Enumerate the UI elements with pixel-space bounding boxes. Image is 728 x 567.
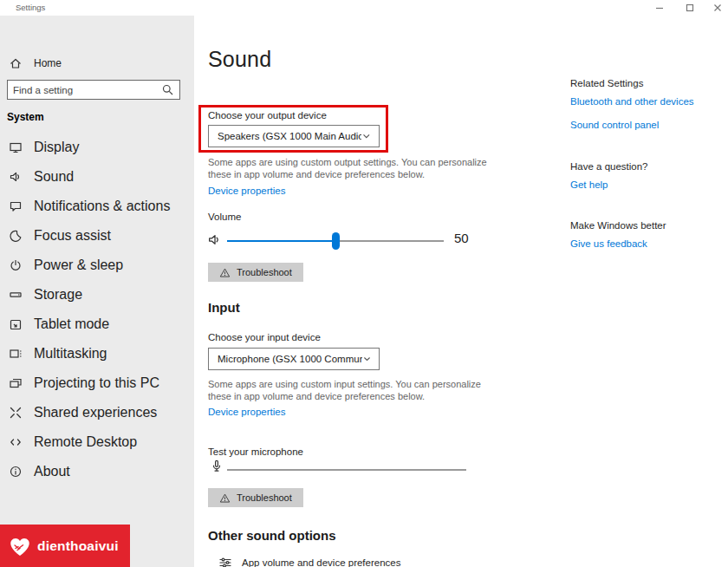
input-device-properties-link[interactable]: Device properties <box>208 407 285 417</box>
chevron-down-icon <box>362 354 372 364</box>
sound-control-panel-link[interactable]: Sound control panel <box>570 120 659 130</box>
sidebar-item-multitasking[interactable]: Multitasking <box>0 339 194 368</box>
sidebar-item-label: Multitasking <box>34 346 107 362</box>
heart-handshake-icon <box>6 532 34 560</box>
get-help-link[interactable]: Get help <box>570 179 608 190</box>
troubleshoot-label: Troubleshoot <box>237 267 292 277</box>
input-description: Some apps are using custom input setting… <box>208 378 487 402</box>
volume-speaker-icon[interactable] <box>207 232 222 247</box>
sidebar-item-label: Shared experiences <box>34 405 157 420</box>
app-volume-preferences-link[interactable]: App volume and device preferences <box>218 556 400 567</box>
power-icon <box>9 258 23 272</box>
sidebar: Home System Display Sound <box>0 16 194 567</box>
home-icon <box>9 56 23 70</box>
mixer-icon <box>218 556 232 567</box>
output-device-selected: Speakers (GSX 1000 Main Audio) <box>218 131 361 141</box>
give-feedback-link[interactable]: Give us feedback <box>570 238 647 249</box>
output-description: Some apps are using custom output settin… <box>208 156 487 180</box>
other-sound-options-heading: Other sound options <box>208 528 336 543</box>
volume-slider-fill <box>227 240 335 242</box>
output-device-properties-link[interactable]: Device properties <box>208 186 285 196</box>
display-icon <box>9 140 23 154</box>
bluetooth-devices-link[interactable]: Bluetooth and other devices <box>570 96 694 107</box>
remote-desktop-icon <box>9 435 23 449</box>
sidebar-item-label: Notifications & actions <box>34 199 170 214</box>
sidebar-item-label: Display <box>34 140 79 155</box>
make-windows-better-heading: Make Windows better <box>570 220 666 231</box>
search-icon <box>162 84 173 95</box>
sidebar-item-focus-assist[interactable]: Focus assist <box>0 221 194 251</box>
storage-icon <box>9 288 23 302</box>
sidebar-item-label: Projecting to this PC <box>34 375 159 391</box>
warning-icon <box>219 267 231 278</box>
shared-experiences-icon <box>9 406 23 420</box>
sidebar-item-label: Storage <box>34 287 82 303</box>
volume-label: Volume <box>208 212 241 222</box>
about-icon <box>9 465 23 479</box>
warning-icon <box>219 492 231 504</box>
troubleshoot-label: Troubleshoot <box>237 492 292 503</box>
tablet-mode-icon <box>9 317 23 331</box>
close-button[interactable] <box>705 0 728 16</box>
input-device-selected: Microphone (GSX 1000 Communi... <box>218 354 362 364</box>
have-a-question-heading: Have a question? <box>570 161 648 172</box>
search-box <box>7 80 180 100</box>
chevron-down-icon <box>361 131 372 141</box>
notifications-icon <box>9 199 23 213</box>
output-device-label: Choose your output device <box>208 110 327 121</box>
sidebar-item-about[interactable]: About <box>0 457 194 486</box>
volume-slider-handle[interactable] <box>332 232 340 250</box>
sidebar-item-display[interactable]: Display <box>0 133 194 162</box>
sidebar-item-projecting[interactable]: Projecting to this PC <box>0 368 194 398</box>
sidebar-item-home[interactable]: Home <box>0 52 194 75</box>
sidebar-item-label: About <box>34 464 70 479</box>
sidebar-section-header: System <box>7 111 44 123</box>
sidebar-item-label: Remote Desktop <box>34 434 137 450</box>
sidebar-nav: Display Sound Notifications & actions Fo… <box>0 133 194 486</box>
output-device-dropdown[interactable]: Speakers (GSX 1000 Main Audio) <box>208 125 380 147</box>
related-settings-heading: Related Settings <box>570 78 643 88</box>
test-microphone-label: Test your microphone <box>208 446 303 457</box>
page-title: Sound <box>208 47 271 72</box>
sidebar-item-label: Tablet mode <box>34 316 109 332</box>
volume-value: 50 <box>454 231 469 245</box>
logo-text: dienthoaivui <box>37 538 119 554</box>
search-input[interactable] <box>8 85 162 95</box>
app-volume-label: App volume and device preferences <box>242 557 400 567</box>
troubleshoot-button[interactable]: Troubleshoot <box>208 263 303 282</box>
sidebar-item-label: Sound <box>34 169 74 185</box>
focus-assist-icon <box>9 229 23 243</box>
sidebar-item-notifications[interactable]: Notifications & actions <box>0 192 194 221</box>
maximize-icon <box>686 3 694 12</box>
sidebar-item-remote-desktop[interactable]: Remote Desktop <box>0 427 194 457</box>
projecting-icon <box>9 376 23 390</box>
microphone-icon <box>210 459 224 473</box>
minimize-icon <box>655 3 664 12</box>
mic-level-meter <box>227 469 466 471</box>
maximize-button[interactable] <box>677 0 703 16</box>
minimize-button[interactable] <box>647 0 673 16</box>
titlebar: Settings <box>0 0 728 16</box>
dienthoaivui-logo: dienthoaivui <box>0 525 130 567</box>
input-device-dropdown[interactable]: Microphone (GSX 1000 Communi... <box>208 348 380 370</box>
sidebar-item-power-sleep[interactable]: Power & sleep <box>0 251 194 280</box>
input-device-label: Choose your input device <box>208 332 321 342</box>
sidebar-item-tablet-mode[interactable]: Tablet mode <box>0 310 194 339</box>
sidebar-item-shared-experiences[interactable]: Shared experiences <box>0 398 194 427</box>
sidebar-item-sound[interactable]: Sound <box>0 162 194 192</box>
close-icon <box>713 3 722 12</box>
settings-window: Settings Home System <box>0 0 728 567</box>
multitasking-icon <box>9 347 23 361</box>
sidebar-item-label: Power & sleep <box>34 257 123 273</box>
window-title: Settings <box>16 3 45 12</box>
speaker-icon <box>9 170 23 184</box>
troubleshoot-button[interactable]: Troubleshoot <box>208 488 303 507</box>
sidebar-home-label: Home <box>34 57 62 69</box>
input-section-heading: Input <box>208 300 240 315</box>
sidebar-item-storage[interactable]: Storage <box>0 280 194 310</box>
sidebar-item-label: Focus assist <box>34 228 111 244</box>
